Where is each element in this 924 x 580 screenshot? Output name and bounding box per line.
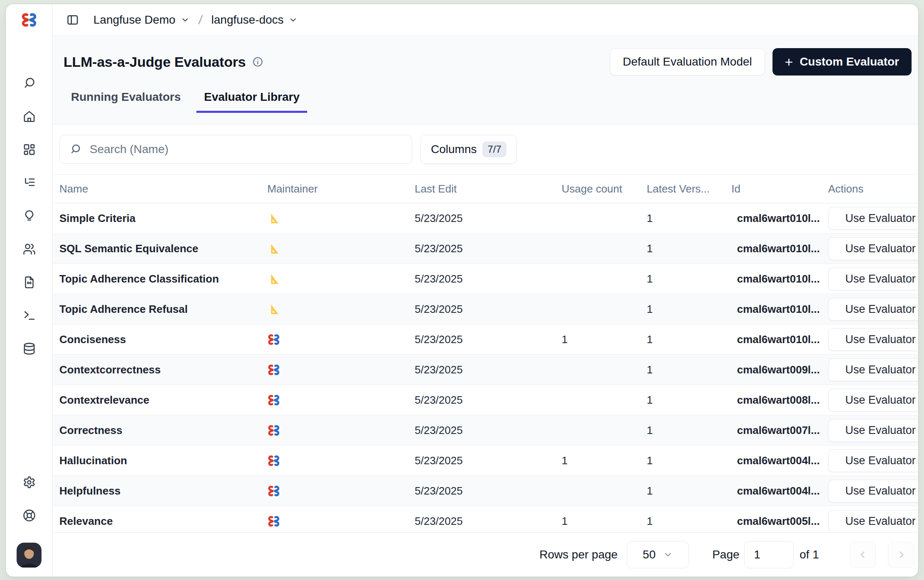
column-header-last-edit: Last Edit bbox=[415, 183, 562, 195]
use-evaluator-button[interactable]: Use Evaluator bbox=[828, 449, 918, 472]
evaluator-id: cmal6wart005l... bbox=[731, 515, 821, 528]
sidebar-evaluation-icon[interactable] bbox=[12, 199, 46, 232]
table-row: Topic Adherence Classification 5/23/2025… bbox=[53, 264, 918, 294]
use-evaluator-button[interactable]: Use Evaluator bbox=[828, 268, 918, 290]
default-evaluation-model-button[interactable]: Default Evaluation Model bbox=[610, 48, 765, 76]
custom-evaluator-label: Custom Evaluator bbox=[799, 55, 899, 68]
last-edit-value: 5/23/2025 bbox=[415, 424, 562, 437]
table-row: SQL Semantic Equivalence 5/23/2025 1 cma… bbox=[53, 234, 918, 264]
previous-page-button[interactable] bbox=[850, 542, 876, 568]
maintainer-cell bbox=[267, 212, 415, 225]
latest-version-value: 1 bbox=[647, 303, 731, 316]
evaluator-id: cmal6wart009l... bbox=[731, 363, 821, 376]
last-edit-value: 5/23/2025 bbox=[415, 303, 562, 316]
maintainer-cell bbox=[267, 424, 415, 437]
sidebar-nav bbox=[12, 36, 46, 365]
org-switcher[interactable]: Langfuse Demo bbox=[93, 13, 190, 27]
sidebar-terminal-icon[interactable] bbox=[12, 299, 46, 332]
langfuse-maintainer-icon bbox=[267, 515, 280, 528]
evaluator-name: Topic Adherence Classification bbox=[59, 273, 267, 285]
evaluator-id: cmal6wart007l... bbox=[731, 424, 821, 437]
sidebar-users-icon[interactable] bbox=[12, 232, 46, 266]
project-switcher[interactable]: langfuse-docs bbox=[211, 13, 298, 27]
last-edit-value: 5/23/2025 bbox=[415, 454, 562, 467]
evaluator-id: cmal6wart010l... bbox=[731, 303, 821, 316]
use-evaluator-button[interactable]: Use Evaluator bbox=[828, 480, 918, 502]
actions-cell: Use Evaluator bbox=[821, 237, 918, 260]
latest-version-value: 1 bbox=[647, 212, 731, 225]
sidebar-search-icon[interactable] bbox=[12, 66, 46, 100]
evaluator-name: Helpfulness bbox=[59, 485, 267, 497]
pagination-bar: Rows per page 50 Page of 1 bbox=[53, 532, 918, 577]
use-evaluator-button[interactable]: Use Evaluator bbox=[828, 389, 918, 412]
evaluator-name: Hallucination bbox=[59, 454, 267, 467]
use-evaluator-button[interactable]: Use Evaluator bbox=[828, 298, 918, 321]
sidebar-dashboard-icon[interactable] bbox=[12, 133, 46, 166]
latest-version-value: 1 bbox=[647, 363, 731, 376]
table-row: Topic Adherence Refusal 5/23/2025 1 cmal… bbox=[53, 294, 918, 324]
use-evaluator-button[interactable]: Use Evaluator bbox=[828, 237, 918, 260]
sidebar-settings-icon[interactable] bbox=[12, 465, 46, 499]
columns-button[interactable]: Columns 7/7 bbox=[420, 135, 517, 164]
search-input[interactable] bbox=[90, 143, 402, 156]
actions-cell: Use Evaluator bbox=[821, 328, 918, 351]
sidebar-tracing-icon[interactable] bbox=[12, 166, 46, 199]
langfuse-maintainer-icon bbox=[267, 454, 280, 467]
actions-cell: Use Evaluator bbox=[821, 510, 918, 533]
maintainer-cell bbox=[267, 273, 415, 285]
ragas-maintainer-icon bbox=[267, 242, 280, 255]
use-evaluator-button[interactable]: Use Evaluator bbox=[828, 419, 918, 442]
latest-version-value: 1 bbox=[647, 454, 731, 467]
table-toolbar: Columns 7/7 bbox=[53, 124, 918, 174]
table-row: Contextrelevance 5/23/2025 1 cmal6wart00… bbox=[53, 385, 918, 415]
evaluator-id: cmal6wart008l... bbox=[731, 394, 821, 407]
page-input[interactable] bbox=[744, 541, 794, 568]
maintainer-cell bbox=[267, 454, 415, 467]
columns-count-badge: 7/7 bbox=[482, 141, 506, 157]
latest-version-value: 1 bbox=[647, 333, 731, 346]
langfuse-logo[interactable] bbox=[21, 4, 37, 36]
rows-per-page-select[interactable]: 50 bbox=[627, 541, 689, 568]
evaluator-name: Contextrelevance bbox=[59, 394, 267, 407]
sidebar-support-icon[interactable] bbox=[12, 499, 46, 532]
panel-left-icon bbox=[66, 14, 79, 26]
usage-count-value: 1 bbox=[562, 515, 647, 528]
maintainer-cell bbox=[267, 303, 415, 316]
custom-evaluator-button[interactable]: + Custom Evaluator bbox=[772, 48, 912, 76]
evaluator-id: cmal6wart010l... bbox=[731, 273, 821, 285]
use-evaluator-button[interactable]: Use Evaluator bbox=[828, 328, 918, 351]
latest-version-value: 1 bbox=[647, 485, 731, 497]
column-header-name: Name bbox=[59, 183, 267, 195]
use-evaluator-button[interactable]: Use Evaluator bbox=[828, 510, 918, 533]
evaluator-name: Conciseness bbox=[59, 333, 267, 346]
actions-cell: Use Evaluator bbox=[821, 419, 918, 442]
tab-running-evaluators[interactable]: Running Evaluators bbox=[64, 90, 188, 113]
chevron-left-icon bbox=[858, 549, 868, 560]
tab-evaluator-library[interactable]: Evaluator Library bbox=[196, 90, 307, 113]
column-header-id: Id bbox=[731, 183, 821, 195]
page-label: Page bbox=[712, 548, 739, 561]
usage-count-value: 1 bbox=[562, 333, 647, 346]
actions-cell: Use Evaluator bbox=[821, 389, 918, 412]
page-total-label: of 1 bbox=[799, 548, 819, 561]
use-evaluator-button[interactable]: Use Evaluator bbox=[828, 358, 918, 381]
tab-bar: Running Evaluators Evaluator Library bbox=[64, 90, 912, 113]
next-page-button[interactable] bbox=[888, 542, 914, 568]
column-header-actions: Actions bbox=[821, 183, 918, 195]
maintainer-cell bbox=[267, 333, 415, 346]
langfuse-maintainer-icon bbox=[267, 424, 280, 437]
maintainer-cell bbox=[267, 394, 415, 407]
use-evaluator-button[interactable]: Use Evaluator bbox=[828, 207, 918, 230]
user-avatar[interactable] bbox=[17, 543, 42, 568]
sidebar-toggle-button[interactable] bbox=[64, 12, 81, 28]
sidebar-playground-icon[interactable] bbox=[12, 266, 46, 299]
sidebar-home-icon[interactable] bbox=[12, 100, 46, 133]
info-icon[interactable] bbox=[252, 56, 263, 67]
maintainer-cell bbox=[267, 485, 415, 497]
last-edit-value: 5/23/2025 bbox=[415, 273, 562, 285]
latest-version-value: 1 bbox=[647, 394, 731, 407]
main-area: Langfuse Demo / langfuse-docs LLM-as-a-J… bbox=[53, 4, 918, 577]
sidebar bbox=[6, 4, 53, 577]
actions-cell: Use Evaluator bbox=[821, 268, 918, 290]
sidebar-datasets-icon[interactable] bbox=[12, 332, 46, 365]
